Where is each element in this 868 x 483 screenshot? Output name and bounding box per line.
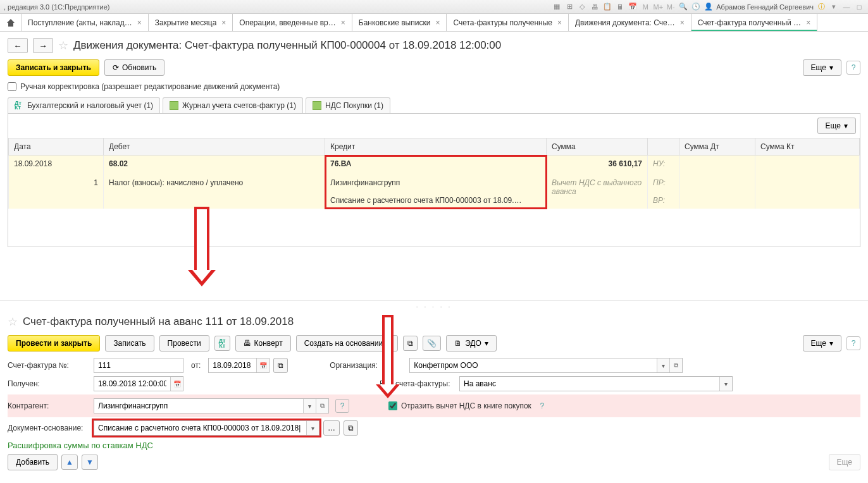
convert-button[interactable]: 🖶Конверт — [235, 335, 291, 352]
sf-no-input[interactable] — [94, 358, 183, 373]
doc-base-label: Документ-основание: — [8, 424, 90, 432]
dt-kt-button[interactable]: ДтКт — [214, 336, 230, 351]
cell-credit-highlighted[interactable]: 76.ВА Лизингфинансгрупп Списание с расче… — [325, 156, 547, 209]
tab-item[interactable]: Операции, введенные вр…× — [233, 14, 352, 31]
maximize-icon[interactable]: □ — [854, 2, 864, 12]
close-icon[interactable]: × — [557, 18, 562, 27]
org-input[interactable]: ▾⧉ — [409, 358, 683, 373]
toolbar-icon[interactable]: 📋 — [602, 2, 612, 12]
attach-button[interactable]: 📎 — [423, 336, 441, 351]
manual-edit-checkbox[interactable] — [8, 82, 16, 91]
dropdown-icon[interactable]: ▾ — [829, 2, 839, 12]
tab-item[interactable]: Закрытие месяца× — [149, 14, 233, 31]
dropdown-icon[interactable]: ▾ — [303, 399, 316, 413]
home-tab[interactable] — [0, 14, 22, 31]
from-date-input[interactable]: 📅 — [208, 358, 270, 373]
help-icon[interactable]: ? — [335, 399, 349, 413]
m-minus-button[interactable]: M- — [666, 2, 676, 12]
more-button[interactable]: Еще ▾ — [803, 335, 841, 352]
calc-icon[interactable]: 🖩 — [615, 2, 625, 12]
calendar-icon[interactable]: 📅 — [628, 2, 638, 12]
open-icon[interactable]: ⧉ — [669, 358, 682, 372]
move-down-button[interactable]: ▼ — [82, 455, 98, 470]
add-button[interactable]: Добавить — [8, 454, 58, 470]
edo-button[interactable]: 🗎ЭДО ▾ — [446, 335, 497, 352]
col-date[interactable]: Дата — [9, 138, 104, 156]
save-button[interactable]: Записать — [105, 335, 154, 352]
more-button[interactable]: Еще — [829, 454, 860, 470]
received-label: Получен: — [8, 379, 90, 388]
close-icon[interactable]: × — [435, 18, 440, 27]
forward-button[interactable]: → — [33, 38, 53, 53]
help-icon[interactable]: ? — [846, 336, 860, 350]
toolbar-icon[interactable]: ⊞ — [564, 2, 574, 12]
col-debit[interactable]: Дебет — [104, 138, 325, 156]
m-button[interactable]: M — [640, 2, 650, 12]
close-icon[interactable]: × — [806, 18, 810, 27]
related-button[interactable]: ⧉ — [403, 336, 418, 351]
tab-item-active[interactable]: Счет-фактура полученный …× — [691, 14, 817, 31]
move-up-button[interactable]: ▲ — [61, 455, 78, 470]
toolbar-icon[interactable]: ▦ — [552, 2, 562, 12]
grid-more-button[interactable]: Еще ▾ — [817, 118, 856, 134]
col-sum[interactable]: Сумма — [547, 138, 648, 156]
sf-no-label: Счет-фактура №: — [8, 361, 90, 370]
minimize-icon[interactable]: — — [841, 2, 852, 12]
type-input[interactable]: ▾ — [459, 376, 733, 391]
calendar-icon[interactable]: 📅 — [256, 358, 269, 372]
help-icon[interactable]: ? — [535, 399, 549, 413]
col-credit[interactable]: Кредит — [325, 138, 547, 156]
close-icon[interactable]: × — [341, 18, 345, 27]
info-icon[interactable]: ⓘ — [816, 2, 826, 12]
col-sum-dt[interactable]: Сумма Дт — [679, 138, 755, 156]
page-title: Движения документа: Счет-фактура получен… — [73, 39, 501, 52]
cell-sum[interactable]: 36 610,17 Вычет НДС с выданного аванса — [547, 156, 648, 209]
open-icon[interactable]: ⧉ — [316, 399, 328, 413]
open-icon[interactable]: ⧉ — [344, 420, 358, 436]
post-button[interactable]: Провести — [159, 335, 209, 352]
clock-icon[interactable]: 🕓 — [691, 2, 701, 12]
tab-item[interactable]: Движения документа: Сче…× — [569, 14, 691, 31]
col-sum-kt[interactable]: Сумма Кт — [755, 138, 860, 156]
save-close-button[interactable]: Записать и закрыть — [8, 59, 99, 76]
annotation-arrow — [382, 315, 394, 384]
subtab-journal[interactable]: Журнал учета счетов-фактур (1) — [163, 97, 303, 113]
cell-sum-dt[interactable] — [679, 156, 755, 209]
manual-edit-label: Ручная корректировка (разрешает редактир… — [20, 82, 280, 91]
contragent-input[interactable]: ▾⧉ — [94, 398, 329, 413]
window-titlebar: , редакция 3.0 (1С:Предприятие) ▦ ⊞ ◇ 🖶 … — [0, 0, 868, 14]
tab-item[interactable]: Поступление (акты, наклад…× — [22, 14, 149, 31]
back-button[interactable]: ← — [8, 38, 28, 53]
subtab-accounting[interactable]: ДтКт Бухгалтерский и налоговый учет (1) — [8, 97, 160, 113]
doc-base-input-highlighted[interactable]: ▾ — [94, 420, 319, 436]
tab-item[interactable]: Банковские выписки× — [352, 14, 447, 31]
subtab-vat[interactable]: НДС Покупки (1) — [306, 97, 390, 113]
favorite-icon[interactable]: ☆ — [58, 39, 68, 52]
ellipsis-button[interactable]: … — [323, 420, 340, 436]
print-icon[interactable]: 🖶 — [590, 2, 600, 12]
received-input[interactable]: 📅 — [94, 376, 183, 391]
zoom-icon[interactable]: 🔍 — [678, 2, 688, 12]
more-button[interactable]: Еще ▾ — [803, 59, 841, 76]
dropdown-icon[interactable]: ▾ — [719, 377, 732, 391]
vat-deduction-checkbox[interactable] — [388, 401, 397, 410]
toolbar-icon[interactable]: ◇ — [577, 2, 587, 12]
dropdown-icon[interactable]: ▾ — [306, 421, 319, 435]
close-icon[interactable]: × — [221, 18, 226, 27]
close-icon[interactable]: × — [137, 18, 142, 27]
post-close-button[interactable]: Провести и закрыть — [8, 335, 100, 352]
help-icon[interactable]: ? — [846, 61, 860, 75]
m-plus-button[interactable]: M+ — [653, 2, 663, 12]
dropdown-icon[interactable]: ▾ — [657, 358, 669, 372]
cell-sum-kt[interactable] — [755, 156, 860, 209]
calendar-icon[interactable]: 📅 — [170, 377, 183, 391]
refresh-button[interactable]: ⟳Обновить — [104, 59, 164, 76]
close-icon[interactable]: × — [680, 18, 685, 27]
favorite-icon[interactable]: ☆ — [8, 315, 18, 329]
cell-date[interactable]: 18.09.2018 1 — [9, 156, 104, 209]
open-icon[interactable]: ⧉ — [273, 358, 288, 373]
pane-divider[interactable]: · · · · · — [0, 300, 868, 311]
print-icon: 🖶 — [244, 339, 251, 348]
tab-item[interactable]: Счета-фактуры полученные× — [447, 14, 569, 31]
cell-debit[interactable]: 68.02 Налог (взносы): начислено / уплаче… — [104, 156, 325, 209]
